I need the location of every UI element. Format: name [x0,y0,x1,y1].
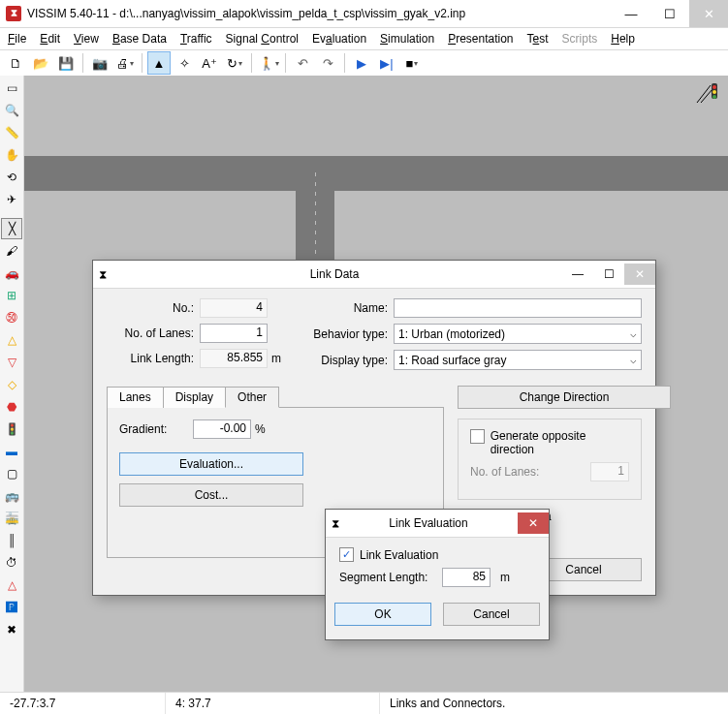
side-tram-icon[interactable]: 🚋 [1,508,22,529]
dialog-titlebar[interactable]: ⧗ Link Evaluation ✕ [326,510,549,538]
dialog-minimize-button[interactable]: — [562,264,593,285]
menu-edit[interactable]: Edit [40,32,60,46]
label-generate-opposite: Generate opposite direction [491,429,629,456]
side-node-icon[interactable]: ▢ [1,463,22,484]
field-segment-length[interactable]: 85 [442,568,491,587]
side-toolbar: ▭ 🔍 📏 ✋ ⟲ ✈ ╳ 🖌 🚗 ⊞ ㊿ △ ▽ ◇ ⬣ 🚦 ▬ ▢ 🚌 🚋 … [0,76,24,693]
menu-simulation[interactable]: Simulation [380,32,434,46]
label-no: No.: [107,301,194,315]
side-select-icon[interactable]: ▭ [1,78,22,99]
unit-m: m [500,571,510,584]
app-icon: ⧗ [6,6,21,21]
side-signal-icon[interactable]: ⊞ [1,285,22,306]
window-title: VISSIM 5.40-11 - d:\...nanyag\vissim_ala… [27,7,612,20]
stop-icon[interactable]: ■ [400,51,424,75]
side-color-icon[interactable]: 🖌 [1,240,22,262]
side-links-icon[interactable]: ╳ [1,218,22,239]
label-lanes: No. of Lanes: [107,326,194,340]
dialog-close-button[interactable]: ✕ [518,512,549,534]
field-link-length: 85.855 [200,349,268,368]
label-opp-lanes: No. of Lanes: [470,465,585,479]
side-rotate-icon[interactable]: ⟲ [1,167,22,188]
select-display-type[interactable]: 1: Road surface gray [394,350,642,370]
checkbox-link-evaluation[interactable] [339,547,354,562]
tabs: Lanes Display Other [107,386,444,408]
play-icon[interactable]: ▶ [350,51,373,75]
new-file-icon[interactable]: 🗋 [4,51,27,75]
minimize-button[interactable]: — [612,0,650,27]
cost-button[interactable]: Cost... [119,483,303,507]
pedestrian-icon[interactable]: 🚶 [257,51,280,75]
menu-help[interactable]: Help [611,32,635,46]
side-cross-icon[interactable]: ✖ [1,619,22,640]
tab-display[interactable]: Display [163,387,226,408]
side-yield-icon[interactable]: △ [1,329,22,351]
side-parking-icon[interactable]: 🅿 [1,597,22,618]
evaluation-button[interactable]: Evaluation... [119,452,303,476]
field-name[interactable] [394,298,642,318]
side-fly-icon[interactable]: ✈ [1,189,22,210]
font-size-icon[interactable]: A⁺ [198,51,221,75]
cancel-button[interactable]: Cancel [443,603,540,626]
maximize-button[interactable]: ☐ [650,0,689,27]
tab-lanes[interactable]: Lanes [107,387,164,408]
label-name: Name: [301,301,388,315]
groupbox-opposite: Generate opposite direction No. of Lanes… [458,419,642,500]
menu-traffic[interactable]: Traffic [180,32,212,46]
svg-point-3 [712,85,716,89]
main-titlebar: ⧗ VISSIM 5.40-11 - d:\...nanyag\vissim_a… [0,0,728,28]
toolbar-sep [142,53,142,73]
side-warning-icon[interactable]: ▽ [1,352,22,373]
wand-icon[interactable]: ✧ [173,51,196,75]
close-button[interactable]: ✕ [689,0,728,27]
menu-file[interactable]: File [8,32,26,46]
dialog-maximize-button[interactable]: ☐ [593,264,624,285]
side-timer-icon[interactable]: ⏱ [1,552,22,574]
tab-other[interactable]: Other [225,387,279,408]
menu-evaluation[interactable]: Evaluation [312,32,366,46]
open-file-icon[interactable]: 📂 [29,51,52,75]
print-icon[interactable]: 🖨 [113,51,137,75]
step-icon[interactable]: ▶| [375,51,398,75]
menu-signal-control[interactable]: Signal Control [226,32,299,46]
dialog-title: Link Data [107,267,562,281]
select-behavior-type[interactable]: 1: Urban (motorized) [394,324,642,344]
side-measure-icon[interactable]: 📏 [1,122,22,143]
side-priority-icon[interactable]: ◇ [1,374,22,395]
menu-base-data[interactable]: Base Data [112,32,167,46]
field-lanes[interactable]: 1 [200,324,268,343]
network-canvas[interactable]: ⧗ Link Data — ☐ ✕ No.: 4 [24,76,728,693]
undo-icon[interactable]: ↶ [291,51,314,75]
side-car-icon[interactable]: 🚗 [1,263,22,284]
redo-icon[interactable]: ↷ [316,51,339,75]
side-stop-icon[interactable]: ⬣ [1,396,22,418]
label-gradient: Gradient: [119,422,187,436]
app-icon: ⧗ [332,516,339,530]
dialog-title: Link Evaluation [339,516,518,530]
side-bus-icon[interactable]: 🚌 [1,485,22,507]
dialog-close-button[interactable]: ✕ [624,264,655,285]
menu-test[interactable]: Test [527,32,549,46]
side-speed-icon[interactable]: ㊿ [1,307,22,328]
checkbox-generate-opposite[interactable] [470,429,485,444]
menu-view[interactable]: View [74,32,99,46]
side-triangle-icon[interactable]: △ [1,574,22,596]
field-no: 4 [200,298,268,318]
toolbar-sep [344,53,345,73]
save-file-icon[interactable]: 💾 [54,51,78,75]
label-behavior: Behavior type: [301,327,388,341]
side-stopline-icon[interactable]: ║ [1,530,22,551]
ok-button[interactable]: OK [334,603,431,626]
dialog-titlebar[interactable]: ⧗ Link Data — ☐ ✕ [93,261,655,289]
pointer-icon[interactable]: ▲ [147,51,171,75]
menu-presentation[interactable]: Presentation [448,32,513,46]
field-gradient[interactable]: -0.00 [193,419,251,439]
refresh-icon[interactable]: ↻ [223,51,246,75]
side-zoom-icon[interactable]: 🔍 [1,100,22,121]
side-trafficlight-icon[interactable]: 🚦 [1,419,22,440]
camera-icon[interactable]: 📷 [88,51,111,75]
side-pan-icon[interactable]: ✋ [1,144,22,166]
side-detector-icon[interactable]: ▬ [1,441,22,462]
status-info: 4: 37.7 [166,693,380,714]
change-direction-button[interactable]: Change Direction [458,386,671,409]
